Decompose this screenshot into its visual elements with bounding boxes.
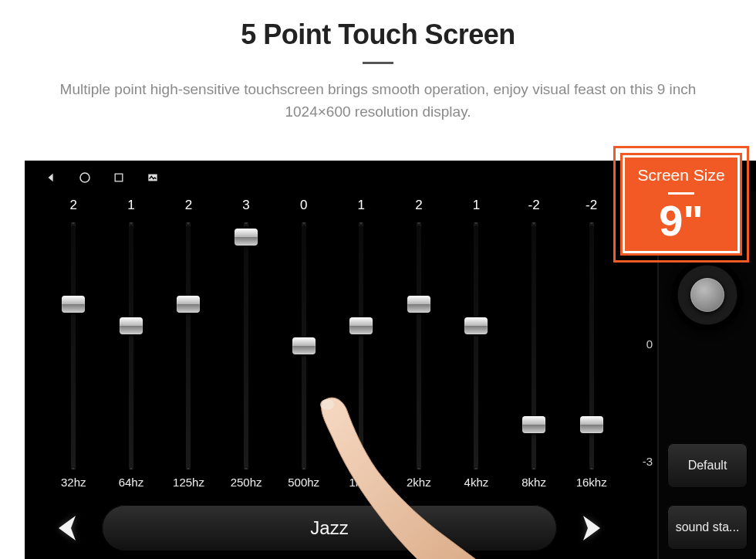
eq-slider[interactable] <box>295 222 312 469</box>
screen-size-badge: Screen Size 9" <box>620 153 742 256</box>
eq-slider[interactable] <box>180 222 197 469</box>
default-button[interactable]: Default <box>667 443 748 488</box>
eq-band-value: 3 <box>242 198 249 219</box>
gallery-icon[interactable] <box>147 171 159 184</box>
eq-slider[interactable] <box>525 222 542 469</box>
eq-band-value: -2 <box>586 198 597 219</box>
eq-slider-thumb[interactable] <box>292 337 316 354</box>
scale-min: -3 <box>643 455 653 468</box>
eq-slider[interactable] <box>583 222 600 469</box>
eq-band: 3250hz <box>218 198 275 493</box>
eq-band-freq: 1khz <box>349 476 373 493</box>
eq-band: -28khz <box>505 198 563 493</box>
volume-dial[interactable] <box>672 259 743 330</box>
eq-slider-thumb[interactable] <box>522 416 545 433</box>
eq-band-value: 0 <box>300 198 307 219</box>
badge-label: Screen Size <box>623 166 740 185</box>
preset-display[interactable]: Jazz <box>102 505 557 551</box>
eq-band-freq: 125hz <box>173 476 204 493</box>
preset-next-button[interactable] <box>571 508 611 548</box>
eq-slider-thumb[interactable] <box>62 296 85 313</box>
eq-band-freq: 500hz <box>288 476 319 493</box>
page-title: 5 Point Touch Screen <box>0 19 756 51</box>
badge-divider <box>668 192 694 195</box>
eq-band-value: 2 <box>185 198 192 219</box>
eq-slider[interactable] <box>238 222 255 469</box>
eq-band-freq: 250hz <box>231 476 262 493</box>
eq-band-value: 2 <box>70 198 77 219</box>
equalizer-panel: 232hz164hz2125hz3250hz0500hz11khz22khz14… <box>25 191 629 559</box>
eq-slider[interactable] <box>353 222 370 469</box>
eq-slider[interactable] <box>65 222 82 469</box>
preset-label: Jazz <box>310 517 348 539</box>
eq-band-value: 1 <box>473 198 480 219</box>
sound-stage-button-label: sound sta... <box>676 520 740 534</box>
eq-slider[interactable] <box>410 222 427 469</box>
eq-band-freq: 4khz <box>464 476 489 493</box>
eq-band-freq: 64hz <box>119 476 144 493</box>
eq-slider[interactable] <box>467 222 484 469</box>
home-icon[interactable] <box>79 171 91 184</box>
preset-prev-button[interactable] <box>48 508 88 548</box>
eq-slider-thumb[interactable] <box>464 317 488 334</box>
eq-band: 14khz <box>447 198 505 493</box>
eq-band: 2125hz <box>160 198 218 493</box>
svg-rect-1 <box>115 174 123 181</box>
dial-knob <box>690 278 724 312</box>
eq-band: 232hz <box>45 198 103 493</box>
eq-band-freq: 2khz <box>407 476 431 493</box>
eq-band: -216khz <box>562 198 620 493</box>
title-divider <box>363 62 393 64</box>
back-icon[interactable] <box>45 171 57 184</box>
eq-band-value: 1 <box>358 198 365 219</box>
eq-band: 164hz <box>103 198 160 493</box>
eq-band-freq: 32hz <box>61 476 86 493</box>
eq-band: 0500hz <box>275 198 332 493</box>
eq-band-value: 1 <box>127 198 134 219</box>
eq-band-value: 2 <box>415 198 422 219</box>
eq-slider-thumb[interactable] <box>235 229 258 246</box>
eq-band-freq: 8khz <box>521 476 546 493</box>
eq-slider[interactable] <box>123 222 140 469</box>
sound-stage-button[interactable]: sound sta... <box>667 505 748 550</box>
recent-apps-icon[interactable] <box>113 171 125 184</box>
eq-slider-thumb[interactable] <box>177 296 200 313</box>
eq-band: 11khz <box>332 198 390 493</box>
default-button-label: Default <box>688 459 727 473</box>
eq-slider-thumb[interactable] <box>120 317 143 334</box>
eq-slider-thumb[interactable] <box>580 416 603 433</box>
svg-point-0 <box>80 173 89 182</box>
eq-slider-thumb[interactable] <box>407 296 430 313</box>
eq-band-freq: 16khz <box>576 476 607 493</box>
scale-mid: 0 <box>646 337 653 351</box>
badge-value: 9" <box>623 199 740 242</box>
eq-band-value: -2 <box>528 198 539 219</box>
page-subtitle: Multiple point high-sensitive touchscree… <box>0 78 756 124</box>
eq-slider-thumb[interactable] <box>349 317 373 334</box>
eq-band: 22khz <box>390 198 448 493</box>
